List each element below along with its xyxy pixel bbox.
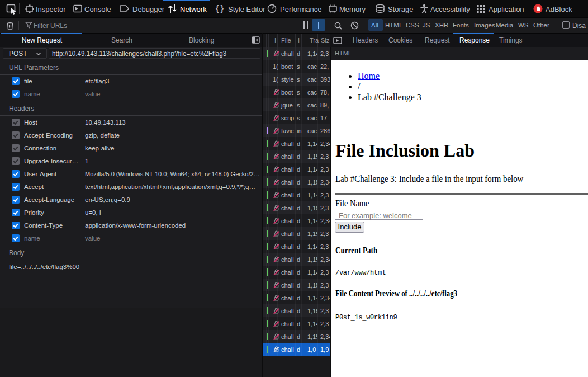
svg-text:{}: {} bbox=[216, 4, 225, 13]
